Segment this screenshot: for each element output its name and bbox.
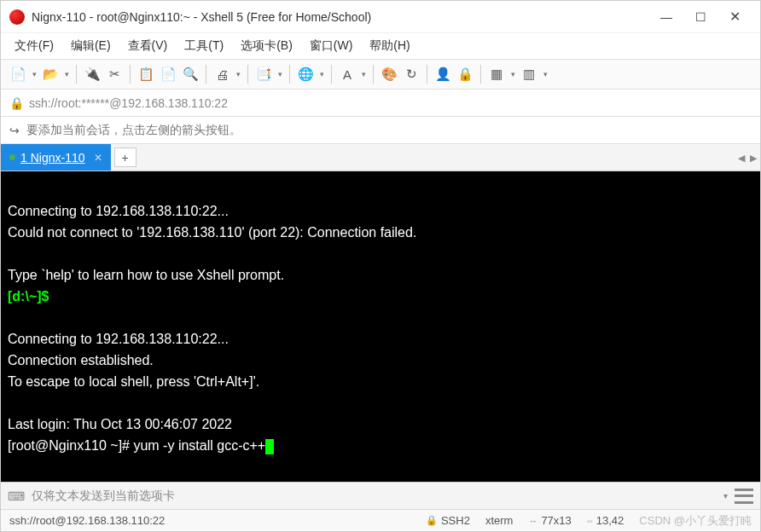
- compose-dropdown-icon[interactable]: ▾: [723, 491, 728, 500]
- tile-dropdown[interactable]: ▾: [508, 70, 517, 78]
- status-protocol: 🔒SSH2: [426, 514, 470, 527]
- terminal-command: yum -y install gcc-c++: [130, 438, 265, 453]
- paste-icon[interactable]: 📄: [158, 64, 178, 84]
- status-connection: ssh://root@192.168.138.110:22: [9, 514, 410, 527]
- maximize-button[interactable]: ☐: [683, 4, 717, 30]
- toolbar: 📄▾ 📂▾ 🔌 ✂ 📋 📄 🔍 🖨▾ 📑▾ 🌐▾ A▾ 🎨 ↻ 👤 🔒 ▦▾ ▥…: [1, 59, 760, 90]
- terminal-line: Last login: Thu Oct 13 00:46:07 2022: [8, 417, 232, 431]
- cursor-icon: [265, 439, 274, 454]
- open-dropdown[interactable]: ▾: [62, 70, 71, 78]
- find-icon[interactable]: 🔍: [180, 64, 200, 84]
- compose-bar[interactable]: ⌨ 仅将文本发送到当前选项卡 ▾: [1, 482, 760, 509]
- open-icon[interactable]: 📂: [40, 64, 61, 84]
- separator: [130, 65, 131, 84]
- font-icon[interactable]: A: [337, 64, 357, 84]
- minimize-button[interactable]: —: [649, 4, 683, 30]
- disconnect-icon[interactable]: ✂: [104, 64, 125, 84]
- separator: [76, 65, 77, 84]
- globe-icon[interactable]: 🌐: [295, 64, 316, 84]
- arrow-icon[interactable]: ↪: [9, 124, 20, 137]
- status-dot-icon: [9, 154, 15, 160]
- separator: [247, 65, 248, 84]
- terminal-line: Connection established.: [8, 353, 154, 367]
- terminal-line: Type `help' to learn how to use Xshell p…: [8, 268, 284, 282]
- menu-help[interactable]: 帮助(H): [363, 35, 416, 57]
- terminal-prompt: [d:\~]$: [8, 289, 49, 304]
- refresh-icon[interactable]: ↻: [401, 64, 421, 84]
- layout-dropdown[interactable]: ▾: [541, 70, 549, 78]
- properties-dropdown[interactable]: ▾: [276, 70, 284, 78]
- color-icon[interactable]: 🎨: [379, 64, 399, 84]
- separator: [373, 65, 374, 84]
- tile-icon[interactable]: ▦: [486, 64, 507, 84]
- font-dropdown[interactable]: ▾: [359, 70, 368, 78]
- window-title: Nignx-110 - root@Nginx110:~ - Xshell 5 (…: [32, 10, 649, 24]
- tab-add-button[interactable]: +: [114, 147, 137, 167]
- globe-dropdown[interactable]: ▾: [317, 70, 326, 78]
- new-session-icon[interactable]: 📄: [8, 64, 28, 84]
- address-text: ssh://root:******@192.168.138.110:22: [29, 96, 228, 110]
- separator: [427, 65, 427, 84]
- properties-icon[interactable]: 📑: [253, 64, 274, 84]
- layout-icon[interactable]: ▥: [519, 64, 539, 84]
- menubar: 文件(F) 编辑(E) 查看(V) 工具(T) 选项卡(B) 窗口(W) 帮助(…: [1, 33, 760, 59]
- status-size: ↔77x13: [528, 514, 571, 527]
- app-icon: [9, 9, 25, 25]
- new-session-dropdown[interactable]: ▾: [30, 70, 38, 78]
- terminal[interactable]: Connecting to 192.168.138.110:22... Coul…: [1, 171, 760, 482]
- hint-bar: ↪ 要添加当前会话，点击左侧的箭头按钮。: [1, 117, 760, 144]
- tab-next-icon[interactable]: ▶: [750, 152, 757, 163]
- menu-tab[interactable]: 选项卡(B): [234, 35, 299, 57]
- terminal-line: Connecting to 192.168.138.110:22...: [8, 204, 229, 218]
- close-button[interactable]: ✕: [717, 4, 752, 30]
- hamburger-icon[interactable]: [735, 489, 753, 504]
- compose-placeholder: 仅将文本发送到当前选项卡: [32, 489, 175, 504]
- tab-nignx-110[interactable]: 1 Nignx-110 ✕: [1, 144, 111, 171]
- status-bar: ssh://root@192.168.138.110:22 🔒SSH2 xter…: [1, 509, 760, 531]
- address-bar[interactable]: 🔒 ssh://root:******@192.168.138.110:22: [1, 90, 760, 117]
- copy-icon[interactable]: 📋: [136, 64, 156, 84]
- tab-label: 1 Nignx-110: [20, 151, 85, 165]
- status-pos: ⎓13,42: [587, 514, 624, 527]
- menu-view[interactable]: 查看(V): [121, 35, 175, 57]
- keyboard-icon: ⌨: [8, 489, 25, 503]
- window-titlebar: Nignx-110 - root@Nginx110:~ - Xshell 5 (…: [1, 1, 760, 33]
- menu-window[interactable]: 窗口(W): [303, 35, 360, 57]
- print-dropdown[interactable]: ▾: [234, 70, 242, 78]
- terminal-line: Could not connect to '192.168.138.110' (…: [8, 225, 416, 240]
- lock-icon[interactable]: 🔒: [455, 64, 475, 84]
- tab-close-icon[interactable]: ✕: [94, 152, 102, 164]
- separator: [206, 65, 206, 84]
- watermark: CSDN @小丫头爱打盹: [639, 513, 752, 529]
- separator: [331, 65, 332, 84]
- terminal-prompt: [root@Nginx110 ~]#: [8, 438, 130, 453]
- status-term: xterm: [485, 514, 514, 527]
- print-icon[interactable]: 🖨: [212, 64, 232, 84]
- terminal-line: To escape to local shell, press 'Ctrl+Al…: [8, 374, 259, 389]
- user-icon[interactable]: 👤: [433, 64, 453, 84]
- tab-bar: 1 Nignx-110 ✕ + ◀ ▶: [1, 144, 760, 171]
- menu-edit[interactable]: 编辑(E): [64, 35, 118, 57]
- menu-tools[interactable]: 工具(T): [177, 35, 230, 57]
- separator: [289, 65, 290, 84]
- terminal-line: Connecting to 192.168.138.110:22...: [8, 332, 229, 346]
- menu-file[interactable]: 文件(F): [8, 35, 61, 57]
- lock-small-icon: 🔒: [9, 96, 24, 110]
- reconnect-icon[interactable]: 🔌: [82, 64, 102, 84]
- hint-text: 要添加当前会话，点击左侧的箭头按钮。: [26, 123, 241, 138]
- tab-prev-icon[interactable]: ◀: [738, 152, 745, 163]
- tab-nav: ◀ ▶: [738, 152, 757, 163]
- separator: [480, 65, 481, 84]
